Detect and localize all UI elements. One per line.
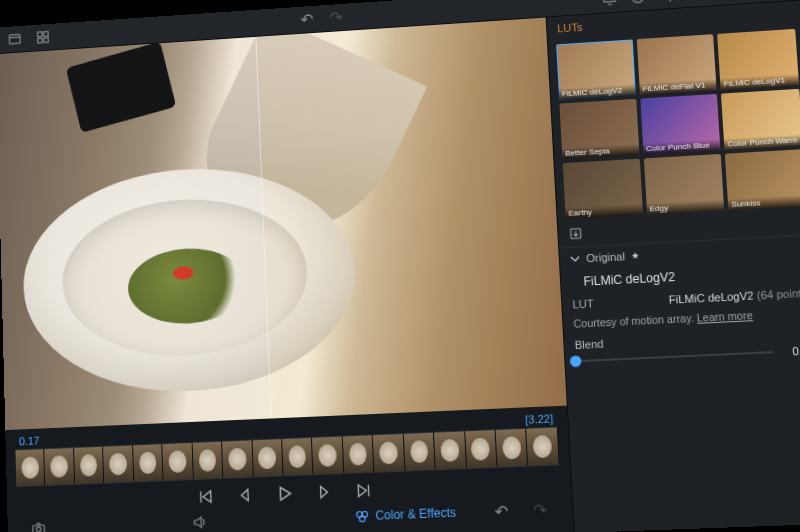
- svg-rect-5: [603, 0, 615, 2]
- play-button[interactable]: [273, 482, 296, 505]
- crop-icon[interactable]: [657, 0, 674, 4]
- monitor-icon[interactable]: [601, 0, 618, 7]
- blend-slider-knob[interactable]: [570, 356, 582, 368]
- lut-thumb[interactable]: FiLMiC deFlat V1: [636, 34, 717, 95]
- redo-bottom-button[interactable]: ↷: [531, 501, 548, 518]
- lut-points-label: (64 points): [756, 287, 800, 302]
- lut-thumb[interactable]: FiLMiC deLogV1: [717, 29, 799, 90]
- step-forward-button[interactable]: [313, 481, 336, 504]
- play-circle-icon[interactable]: [629, 0, 646, 5]
- skip-end-button[interactable]: [353, 479, 376, 502]
- lut-thumb[interactable]: Color Punch Blue: [640, 94, 721, 155]
- svg-rect-0: [9, 34, 20, 44]
- lut-grid: FiLMiC deLogV2 FiLMiC deFlat V1 FiLMiC d…: [548, 24, 800, 223]
- volume-icon[interactable]: [191, 514, 207, 531]
- blend-slider[interactable]: [576, 351, 774, 362]
- lut-thumb[interactable]: FiLMiC deLogV2: [556, 39, 636, 99]
- current-time-label: 0.17: [19, 435, 40, 448]
- lut-field-value[interactable]: FiLMiC deLogV2: [668, 290, 754, 306]
- chevron-down-icon: [570, 254, 581, 265]
- color-effects-label: Color & Effects: [375, 505, 456, 522]
- lut-thumb[interactable]: Earthy: [563, 159, 643, 219]
- library-icon[interactable]: [7, 31, 22, 47]
- video-preview[interactable]: [0, 18, 567, 431]
- redo-button[interactable]: ↷: [327, 9, 343, 26]
- svg-rect-4: [43, 38, 48, 43]
- view-icon[interactable]: [35, 29, 50, 45]
- app-window: ↶ ↷: [0, 0, 800, 532]
- blend-value: 0.00: [781, 344, 800, 358]
- lut-preview-overlay: [255, 18, 567, 419]
- svg-point-18: [360, 516, 366, 522]
- undo-button[interactable]: ↶: [298, 11, 314, 27]
- import-icon[interactable]: [568, 226, 583, 241]
- color-tab-icon[interactable]: [685, 0, 702, 2]
- svg-point-6: [631, 0, 643, 3]
- lut-thumb[interactable]: Color Punch Warm: [721, 89, 800, 150]
- svg-rect-3: [37, 38, 42, 43]
- svg-rect-2: [43, 32, 48, 37]
- color-effects-button[interactable]: Color & Effects: [355, 505, 456, 523]
- lut-thumb[interactable]: Sunkiss: [725, 149, 800, 210]
- preview-column: 0.17 [3.22]: [0, 18, 574, 532]
- svg-point-15: [36, 527, 41, 532]
- skip-start-button[interactable]: [194, 485, 216, 508]
- svg-rect-14: [33, 525, 45, 532]
- preset-name: Original: [586, 250, 625, 264]
- duration-label: [3.22]: [525, 412, 554, 425]
- lut-thumb[interactable]: Better Sepia: [559, 99, 639, 159]
- learn-more-link[interactable]: Learn more: [696, 309, 753, 324]
- preset-star-icon: ★: [631, 251, 640, 262]
- camera-icon[interactable]: [31, 520, 47, 532]
- luts-panel: LUTs FiLMiC deLogV2 FiLMiC deFlat V1 FiL…: [546, 0, 800, 532]
- step-back-button[interactable]: [233, 484, 256, 507]
- svg-rect-1: [37, 32, 42, 37]
- lut-field-label: LUT: [572, 298, 594, 311]
- undo-bottom-button[interactable]: ↶: [492, 502, 509, 519]
- lut-thumb[interactable]: Edgy: [644, 154, 725, 215]
- watch-shape: [65, 41, 176, 132]
